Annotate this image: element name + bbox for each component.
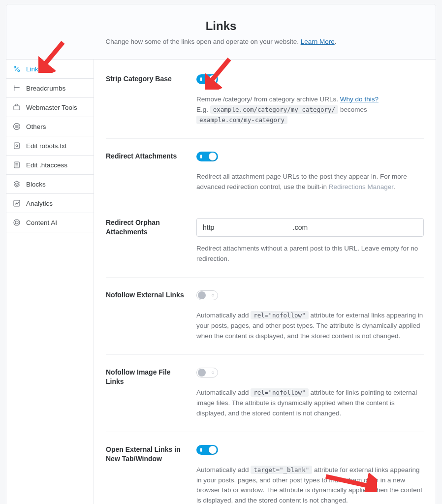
svg-rect-4 [14,143,20,149]
toggle-nofollow-external[interactable] [196,290,218,300]
blocks-icon [12,180,21,189]
sidebar-item-links[interactable]: Links [6,60,94,79]
panel-header: Links Change how some of the links open … [6,4,436,60]
setting-open-external: Open External Links in New Tab/Window Au… [106,432,424,504]
setting-strip-category-base: Strip Category Base Remove /category/ fr… [106,68,424,139]
breadcrumbs-icon [12,84,21,93]
toggle-open-external[interactable] [196,445,218,455]
list-icon [12,122,21,131]
why-do-this-link[interactable]: Why do this? [340,95,379,103]
chart-icon [12,199,21,208]
learn-more-link[interactable]: Learn More [301,38,335,45]
links-icon [12,64,21,73]
sidebar-item-robots[interactable]: Edit robots.txt [6,136,94,156]
robots-icon [12,141,21,150]
page-subtitle: Change how some of the links open and op… [16,38,426,45]
sidebar-item-blocks[interactable]: Blocks [6,175,94,194]
sidebar-item-analytics[interactable]: Analytics [6,194,94,213]
svg-point-5 [16,145,18,147]
toggle-redirect-attachments[interactable] [196,152,218,161]
sidebar-item-content-ai[interactable]: Content AI [6,213,94,232]
svg-point-8 [15,221,18,224]
ai-icon [12,218,21,227]
redirect-orphan-input[interactable] [196,218,424,237]
svg-point-9 [14,220,20,225]
setting-nofollow-image: Nofollow Image File Links Automatically … [106,355,424,432]
sidebar-item-htaccess[interactable]: Edit .htaccess [6,156,94,175]
settings-content: Strip Category Base Remove /category/ fr… [94,60,436,504]
toggle-nofollow-image[interactable] [196,368,218,378]
setting-redirect-attachments: Redirect Attachments Redirect all attach… [106,139,424,206]
svg-rect-2 [14,106,20,110]
sidebar-item-webmaster-tools[interactable]: Webmaster Tools [6,98,94,117]
sidebar-item-breadcrumbs[interactable]: Breadcrumbs [6,79,94,98]
setting-redirect-orphan: Redirect Orphan Attachments Redirect att… [106,205,424,278]
svg-point-1 [18,70,20,72]
sidebar-item-others[interactable]: Others [6,117,94,136]
toggle-strip-category-base[interactable] [196,74,218,84]
page-title: Links [16,19,426,33]
file-icon [12,160,21,169]
settings-panel: Links Change how some of the links open … [6,4,436,504]
setting-nofollow-external: Nofollow External Links Automatically ad… [106,278,424,355]
settings-sidebar: Links Breadcrumbs Webmaster Tools Others… [6,60,94,504]
redirections-manager-link[interactable]: Redirections Manager [329,183,393,190]
svg-point-0 [14,66,16,68]
toolbox-icon [12,103,21,112]
